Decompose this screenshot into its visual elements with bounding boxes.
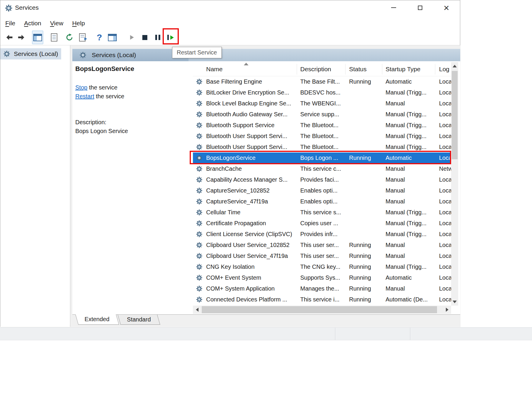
menu-item-file[interactable]: File	[5, 16, 15, 30]
cell-startup-type: Manual	[386, 98, 405, 109]
service-row[interactable]: Bluetooth User Support Servi...The Bluet…	[193, 142, 451, 152]
cell-log-on-as: Loca	[439, 142, 451, 152]
service-gear-icon	[196, 187, 203, 194]
tab-extended[interactable]: Extended	[75, 314, 119, 325]
service-row[interactable]: BitLocker Drive Encryption Se...BDESVC h…	[193, 87, 451, 98]
refresh-button[interactable]	[64, 31, 75, 44]
cell-description: This user ser...	[300, 251, 339, 261]
extended-info-panel: BopsLogonService Stop the service Restar…	[72, 61, 189, 314]
cell-name: CaptureService_102852	[206, 185, 270, 196]
help-button[interactable]: ?	[94, 31, 105, 44]
cell-log-on-as: Loca	[439, 218, 451, 229]
cell-description: Supports Sys...	[300, 272, 340, 283]
service-gear-icon	[196, 78, 203, 85]
horizontal-scrollbar-thumb[interactable]	[202, 306, 437, 313]
vertical-scrollbar-thumb[interactable]	[452, 71, 458, 159]
close-button[interactable]: ×	[437, 0, 456, 15]
cell-description: Copies user ...	[300, 218, 338, 229]
service-row[interactable]: Base Filtering EngineThe Base Filt...Run…	[193, 76, 451, 87]
stop-service-link[interactable]: Stop	[75, 84, 87, 91]
cell-description: The Bluetoot...	[300, 142, 338, 152]
cell-description: Provides faci...	[300, 174, 339, 185]
service-row[interactable]: CNG Key IsolationThe CNG key...RunningMa…	[193, 261, 451, 272]
cell-description: Manages the...	[300, 283, 339, 294]
service-row[interactable]: Client License Service (ClipSVC)Provides…	[193, 229, 451, 240]
taskbar-separator	[410, 328, 410, 340]
cell-startup-type: Manual	[386, 196, 405, 207]
column-header-description[interactable]: Description	[300, 62, 331, 76]
service-row[interactable]: CaptureService_47f19aEnables opti...Manu…	[193, 196, 451, 207]
service-row[interactable]: CaptureService_102852Enables opti...Manu…	[193, 185, 451, 196]
cell-name: BopsLogonService	[206, 152, 256, 163]
export-list-button[interactable]	[77, 31, 88, 44]
tab-standard[interactable]: Standard	[118, 315, 160, 325]
show-hide-console-tree-button[interactable]	[32, 31, 43, 44]
cell-status: Running	[349, 240, 371, 251]
results-pane-title: Services (Local)	[92, 52, 136, 59]
scroll-down-button[interactable]	[451, 298, 458, 306]
service-rows: Base Filtering EngineThe Base Filt...Run…	[193, 76, 451, 305]
screen: Services × FileActionViewHelp	[0, 0, 532, 393]
service-gear-icon	[196, 285, 203, 292]
scroll-up-button[interactable]	[451, 62, 458, 70]
cell-log-on-as: Loca	[439, 109, 451, 120]
service-row[interactable]: Capability Access Manager S...Provides f…	[193, 174, 451, 185]
service-row-selected[interactable]: BopsLogonServiceBops Logon ...RunningAut…	[193, 152, 451, 163]
cell-name: Bluetooth User Support Servi...	[206, 142, 287, 152]
service-row[interactable]: Bluetooth Audio Gateway Ser...Service su…	[193, 109, 451, 120]
tree-item-services-local[interactable]: Services (Local)	[0, 48, 61, 59]
vertical-scrollbar[interactable]	[451, 62, 458, 306]
back-button[interactable]	[4, 31, 15, 44]
service-row[interactable]: COM+ System ApplicationManages the...Run…	[193, 283, 451, 294]
column-header-name[interactable]: Name	[206, 62, 223, 76]
horizontal-scrollbar[interactable]	[193, 306, 451, 314]
service-row[interactable]: Certificate PropagationCopies user ...Ma…	[193, 218, 451, 229]
service-row[interactable]: BranchCacheThis service c...ManualNetw	[193, 163, 451, 174]
column-separator	[297, 64, 297, 74]
properties-button[interactable]	[49, 31, 60, 44]
menu-item-view[interactable]: View	[50, 16, 63, 30]
cell-startup-type: Manual	[386, 240, 405, 251]
column-header-status[interactable]: Status	[349, 62, 367, 76]
column-separator	[435, 64, 435, 74]
column-header-log[interactable]: Log	[439, 62, 449, 76]
service-row[interactable]: Block Level Backup Engine Se...The WBENG…	[193, 98, 451, 109]
cell-startup-type: Automatic	[386, 272, 412, 283]
service-row[interactable]: COM+ Event SystemSupports Sys...RunningA…	[193, 272, 451, 283]
start-service-button[interactable]	[126, 31, 137, 44]
cell-name: Bluetooth User Support Servi...	[206, 131, 287, 142]
stop-service-button[interactable]	[139, 31, 150, 44]
service-row[interactable]: Clipboard User Service_47f19aThis user s…	[193, 251, 451, 261]
menu-item-action[interactable]: Action	[24, 16, 41, 30]
service-gear-icon	[196, 133, 203, 140]
service-row[interactable]: Bluetooth User Support Servi...The Bluet…	[193, 131, 451, 142]
forward-button[interactable]	[16, 31, 27, 44]
restart-link-suffix: the service	[96, 93, 124, 100]
service-gear-icon	[196, 220, 203, 227]
cell-log-on-as: Loca	[439, 261, 451, 272]
service-gear-icon	[196, 111, 203, 118]
service-row[interactable]: Clipboard User Service_102852This user s…	[193, 240, 451, 251]
service-gear-icon	[196, 198, 203, 205]
restart-icon	[167, 35, 174, 40]
scroll-left-button[interactable]	[193, 306, 201, 314]
cell-description: The WBENGI...	[300, 98, 341, 109]
cell-status: Running	[349, 251, 371, 261]
service-row[interactable]: Cellular TimeThis service s...Manual (Tr…	[193, 207, 451, 218]
maximize-button[interactable]	[411, 0, 429, 15]
menu-item-help[interactable]: Help	[72, 16, 85, 30]
show-hide-action-pane-button[interactable]	[107, 31, 118, 44]
title-bar[interactable]: Services ×	[0, 0, 460, 16]
cell-startup-type: Manual (Trigg...	[386, 207, 426, 218]
column-header-startup-type[interactable]: Startup Type	[386, 62, 421, 76]
service-row[interactable]: Connected Devices Platform ...This servi…	[193, 294, 451, 305]
service-gear-icon	[196, 242, 203, 248]
scroll-right-button[interactable]	[443, 306, 451, 314]
restart-service-link[interactable]: Restart	[75, 93, 94, 100]
service-row[interactable]: Bluetooth Support ServiceThe Bluetoot...…	[193, 120, 451, 131]
cell-log-on-as: Loca	[439, 196, 451, 207]
restart-service-button[interactable]	[165, 31, 176, 44]
refresh-icon	[65, 33, 74, 42]
minimize-button[interactable]	[384, 0, 403, 15]
pause-service-button[interactable]	[152, 31, 163, 44]
